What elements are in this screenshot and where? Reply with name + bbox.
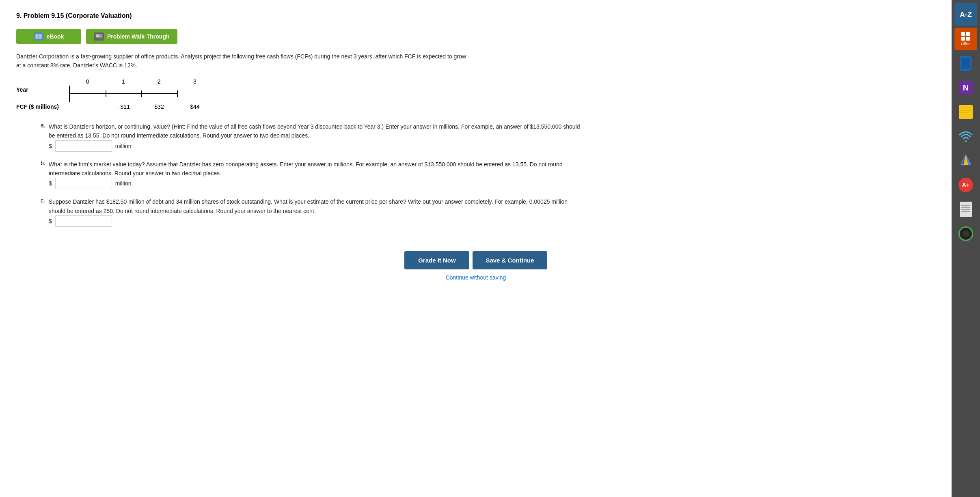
aplus-icon: A+ [958,178,973,192]
circle-icon [958,226,973,241]
question-a-section: a. What is Dantzler's horizon, or contin… [16,122,585,152]
question-c-label: c. [41,197,49,215]
office-dot-3 [961,37,965,41]
timeline-horizontal [70,93,177,94]
dollar-c: $ [49,218,52,224]
dollar-a: $ [49,143,52,149]
office-grid-icon [961,32,970,41]
svg-rect-4 [100,34,102,35]
walkthrough-icon [94,32,104,41]
circle-inner [963,230,969,237]
walkthrough-button[interactable]: Problem Walk-Through [86,29,177,44]
sidebar-item-book[interactable] [954,52,977,75]
timeline-diagram: 0 1 2 3 [69,78,213,102]
toolbar-row: eBook Problem Walk-Through [16,29,935,44]
question-b-row: b. What is the firm's market value today… [41,160,585,178]
year-2: 2 [141,78,177,85]
svg-rect-3 [96,34,99,37]
fcf-val-2: $32 [141,103,177,110]
book-icon [960,56,971,71]
answer-c-row: $ [49,215,585,227]
svg-rect-5 [100,36,102,37]
ebook-icon [34,32,43,41]
sidebar-item-circle[interactable] [954,222,977,245]
year-0: 0 [70,78,106,85]
wifi-icon [958,129,973,144]
grade-button[interactable]: Grade it Now [404,251,469,269]
sidebar: A-Z Office N [952,0,980,497]
tick-3 [177,90,178,97]
office-label: Office [961,42,970,46]
tick-2 [141,90,142,97]
timeline-section: Year 0 1 2 3 [16,78,935,110]
answer-b-row: $ million [49,178,585,189]
sticky-icon [959,105,973,119]
sidebar-item-office[interactable]: Office [954,28,977,50]
question-a-text: What is Dantzler's horizon, or continuin… [49,122,585,140]
year-3: 3 [177,78,213,85]
description-line1: Dantzler Corporation is a fast-growing s… [16,53,466,60]
bottom-buttons-row: Grade it Now Save & Continue [404,251,547,269]
ebook-button[interactable]: eBook [16,29,81,44]
million-a: million [115,143,132,149]
question-c-section: c. Suppose Dantzler has $182.50 million … [16,197,585,227]
problem-description: Dantzler Corporation is a fast-growing s… [16,52,585,70]
office-dot-4 [966,37,970,41]
question-b-label: b. [41,160,49,178]
question-b-text: What is the firm's market value today? A… [49,160,585,178]
doc-line-4 [961,211,970,212]
office-dot-2 [966,32,970,36]
answer-c-input[interactable] [55,215,112,227]
question-a-row: a. What is Dantzler's horizon, or contin… [41,122,585,140]
office-dot-1 [961,32,965,36]
sidebar-item-aplus[interactable]: A+ [954,174,977,196]
sticky-line-2 [961,110,971,111]
sidebar-item-onenote[interactable]: N [954,76,977,99]
sticky-line-1 [961,108,971,108]
sidebar-item-wifi[interactable] [954,125,977,148]
bottom-actions: Grade it Now Save & Continue Continue wi… [16,251,935,281]
drive-icon [958,153,973,168]
problem-title: 9. Problem 9.15 (Corporate Valuation) [16,12,935,19]
doc-icon [960,202,972,217]
question-c-row: c. Suppose Dantzler has $182.50 million … [41,197,585,215]
fcf-val-1: - $11 [106,103,141,110]
sidebar-item-sticky[interactable] [954,101,977,123]
fcf-val-0 [70,103,106,110]
book-inner [961,58,970,69]
question-b-section: b. What is the firm's market value today… [16,160,585,189]
onenote-icon: N [959,81,973,95]
year-1: 1 [106,78,141,85]
sidebar-item-doc[interactable] [954,198,977,221]
doc-line-2 [961,207,970,208]
fcf-axis-label: FCF ($ millions) [16,103,69,110]
million-b: million [115,180,132,187]
year-axis-label: Year [16,78,69,93]
tick-1 [106,90,106,97]
answer-a-input[interactable] [55,140,112,152]
answer-b-input[interactable] [55,178,112,189]
fcf-val-3: $44 [177,103,213,110]
doc-lines [961,205,970,213]
description-line2: at a constant 8% rate. Dantzler's WACC i… [16,62,137,69]
az-label: A-Z [960,11,972,19]
answer-a-row: $ million [49,140,585,152]
continue-link[interactable]: Continue without saving [446,274,506,281]
doc-line-1 [961,205,970,206]
svg-point-6 [965,140,967,142]
doc-line-3 [961,209,970,210]
walkthrough-label: Problem Walk-Through [107,33,169,40]
question-a-label: a. [41,122,49,140]
timeline-line-container [69,86,213,102]
dollar-b: $ [49,180,52,187]
question-c-text: Suppose Dantzler has $182.50 million of … [49,197,585,215]
main-content: 9. Problem 9.15 (Corporate Valuation) eB… [0,0,952,497]
sticky-line-3 [961,112,969,113]
sidebar-item-drive[interactable] [954,149,977,172]
save-button[interactable]: Save & Continue [473,251,547,269]
sidebar-item-az[interactable]: A-Z [954,3,977,26]
ebook-label: eBook [47,33,64,40]
